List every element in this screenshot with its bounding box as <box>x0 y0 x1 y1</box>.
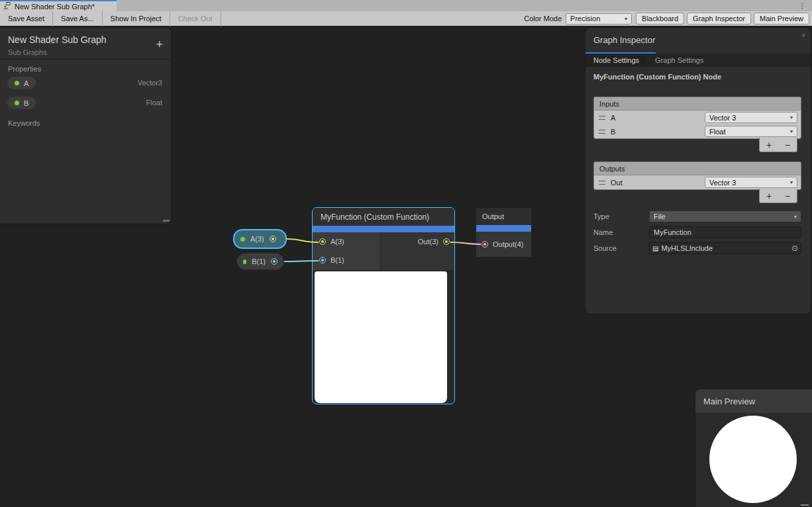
inputs-list-header: Inputs <box>594 97 801 111</box>
tab-graph-settings[interactable]: Graph Settings <box>647 54 711 67</box>
add-property-button[interactable]: + <box>156 38 163 50</box>
input-b-type-value: Float <box>709 128 725 136</box>
outputs-row-out[interactable]: Out Vector 3 ▾ <box>594 175 801 189</box>
document-tab-bar: New Shader Sub Graph* ⋮ <box>0 0 812 11</box>
output-port-out-label: Out(3) <box>418 238 438 246</box>
drag-handle-icon[interactable] <box>599 130 605 134</box>
blackboard-toggle-button[interactable]: Blackboard <box>636 13 684 24</box>
color-mode-dropdown[interactable]: Precision ▾ <box>566 13 632 24</box>
script-icon: ▤ <box>652 245 658 252</box>
remove-output-button[interactable]: − <box>785 191 790 201</box>
document-tab-title: New Shader Sub Graph* <box>15 3 95 11</box>
custom-function-node[interactable]: MyFunction (Custom Function) A(3) B(1) O… <box>312 207 455 404</box>
node-port-section: A(3) B(1) Out(3) <box>313 232 454 270</box>
node-preview <box>315 271 447 403</box>
output-node-title: Output <box>476 208 531 225</box>
property-node-a[interactable]: A(3) <box>233 229 287 249</box>
output-out-type-value: Vector 3 <box>709 179 736 187</box>
input-port-b[interactable] <box>319 257 326 263</box>
chevron-down-icon: ▾ <box>625 16 627 22</box>
node-input-column: A(3) B(1) <box>313 232 380 270</box>
document-tab[interactable]: New Shader Sub Graph* <box>0 0 117 11</box>
type-value: File <box>654 212 666 220</box>
blackboard-property-a[interactable]: A <box>7 77 36 89</box>
outputs-list: Outputs Out Vector 3 ▾ <box>593 161 801 190</box>
type-field-row: Type File ▾ <box>593 210 801 222</box>
output-node[interactable]: Output Output(4) <box>476 208 531 257</box>
save-asset-button[interactable]: Save Asset <box>0 11 53 26</box>
blackboard-header: New Shader Sub Graph Sub Graphs + <box>0 28 171 60</box>
custom-function-node-title: MyFunction (Custom Function) <box>313 208 454 226</box>
property-node-b[interactable]: B(1) <box>236 253 284 270</box>
blackboard-panel[interactable]: New Shader Sub Graph Sub Graphs + Proper… <box>0 28 171 224</box>
property-dot-icon <box>240 237 245 242</box>
graph-toolbar: Save Asset Save As... Show In Project Ch… <box>0 11 812 26</box>
property-b-output-port[interactable] <box>271 258 278 265</box>
graph-inspector-toggle-button[interactable]: Graph Inspector <box>687 13 751 24</box>
output-node-port-label: Output(4) <box>493 240 523 248</box>
inputs-row-a[interactable]: A Vector 3 ▾ <box>594 111 801 124</box>
property-row-b: B Float <box>0 94 171 114</box>
input-row-a: A(3) <box>313 232 380 251</box>
inputs-list-footer: + − <box>759 138 797 152</box>
save-as-button[interactable]: Save As... <box>53 11 103 26</box>
input-a-name[interactable]: A <box>611 114 705 122</box>
main-preview-panel[interactable]: Main Preview <box>695 389 812 507</box>
property-a-output-port[interactable] <box>270 236 276 242</box>
blackboard-resize-handle[interactable] <box>163 220 170 222</box>
inputs-row-b[interactable]: B Float ▾ <box>594 124 801 138</box>
object-picker-icon[interactable]: ⊙ <box>791 244 798 253</box>
preview-resize-handle[interactable] <box>801 504 809 506</box>
output-out-type-dropdown[interactable]: Vector 3 ▾ <box>705 177 797 188</box>
name-label: Name <box>593 228 649 236</box>
source-object-field[interactable]: ▤ MyHLSLInclude ⊙ <box>649 242 801 254</box>
chevron-down-icon: ▾ <box>790 128 793 134</box>
name-field-row: Name MyFunction <box>593 226 801 238</box>
color-mode-value: Precision <box>570 15 600 23</box>
node-output-column: Out(3) <box>380 232 454 270</box>
property-dot-icon <box>15 81 19 85</box>
subgraph-asset-icon <box>3 2 11 11</box>
inspected-node-title: MyFunction (Custom Function) Node <box>593 73 721 81</box>
output-row-out: Out(3) <box>380 232 454 251</box>
source-value: MyHLSLInclude <box>661 244 788 252</box>
property-a-type: Vector3 <box>138 79 162 87</box>
inspector-tab-bar: Node Settings Graph Settings <box>585 54 811 67</box>
inspector-menu-icon[interactable]: ≡ <box>802 32 805 38</box>
remove-input-button[interactable]: − <box>785 140 790 150</box>
property-row-a: A Vector3 <box>0 74 171 94</box>
input-a-type-value: Vector 3 <box>709 114 736 122</box>
inspector-title: Graph Inspector <box>593 35 803 45</box>
drag-handle-icon[interactable] <box>599 116 605 120</box>
name-input[interactable]: MyFunction <box>649 226 801 238</box>
input-b-type-dropdown[interactable]: Float ▾ <box>705 126 797 137</box>
chevron-down-icon: ▾ <box>794 214 797 220</box>
add-input-button[interactable]: + <box>766 140 772 150</box>
chevron-down-icon: ▾ <box>790 115 793 120</box>
add-output-button[interactable]: + <box>766 191 772 201</box>
chevron-down-icon: ▾ <box>790 179 793 185</box>
blackboard-property-b[interactable]: B <box>7 97 36 109</box>
main-preview-toggle-button[interactable]: Main Preview <box>754 13 809 24</box>
output-port-out[interactable] <box>443 238 450 245</box>
input-row-b: B(1) <box>313 251 380 269</box>
property-b-type: Float <box>146 99 162 107</box>
output-node-port-row: Output(4) <box>476 232 531 257</box>
input-a-type-dropdown[interactable]: Vector 3 ▾ <box>705 112 797 123</box>
property-dot-icon <box>243 259 246 264</box>
output-out-name[interactable]: Out <box>611 179 705 187</box>
output-node-input-port[interactable] <box>482 241 488 248</box>
input-port-a-label: A(3) <box>330 238 344 246</box>
drag-handle-icon[interactable] <box>599 181 605 185</box>
type-label: Type <box>593 212 649 220</box>
tab-node-settings[interactable]: Node Settings <box>585 54 647 67</box>
window-menu-icon[interactable]: ⋮ <box>797 1 807 11</box>
source-field-row: Source ▤ MyHLSLInclude ⊙ <box>593 242 801 254</box>
graph-inspector-panel[interactable]: Graph Inspector ≡ Node Settings Graph Se… <box>585 28 811 314</box>
input-b-name[interactable]: B <box>611 128 705 136</box>
show-in-project-button[interactable]: Show In Project <box>103 11 170 26</box>
input-port-b-label: B(1) <box>330 256 344 264</box>
check-out-button: Check Out <box>170 11 221 26</box>
type-dropdown[interactable]: File ▾ <box>649 210 801 222</box>
input-port-a[interactable] <box>319 238 326 245</box>
